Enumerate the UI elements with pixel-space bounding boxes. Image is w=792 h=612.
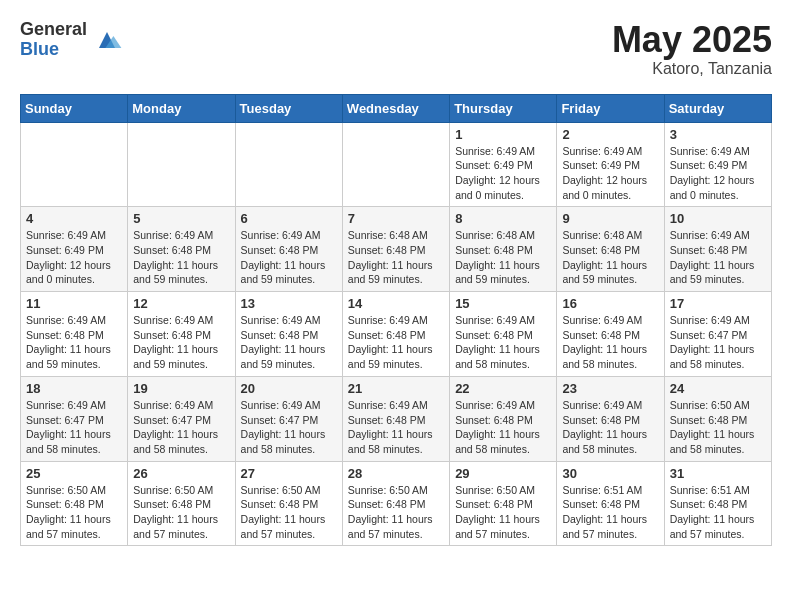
day-info: Sunrise: 6:49 AMSunset: 6:48 PMDaylight:… (26, 313, 122, 372)
day-number: 26 (133, 466, 229, 481)
logo-icon (91, 24, 123, 56)
day-number: 4 (26, 211, 122, 226)
day-number: 6 (241, 211, 337, 226)
calendar-cell: 12Sunrise: 6:49 AMSunset: 6:48 PMDayligh… (128, 292, 235, 377)
calendar-cell: 28Sunrise: 6:50 AMSunset: 6:48 PMDayligh… (342, 461, 449, 546)
calendar-cell: 18Sunrise: 6:49 AMSunset: 6:47 PMDayligh… (21, 376, 128, 461)
calendar-cell (21, 122, 128, 207)
calendar-cell: 13Sunrise: 6:49 AMSunset: 6:48 PMDayligh… (235, 292, 342, 377)
day-number: 20 (241, 381, 337, 396)
logo: General Blue (20, 20, 123, 60)
calendar-cell: 20Sunrise: 6:49 AMSunset: 6:47 PMDayligh… (235, 376, 342, 461)
title-block: May 2025 Katoro, Tanzania (612, 20, 772, 78)
day-number: 29 (455, 466, 551, 481)
day-info: Sunrise: 6:49 AMSunset: 6:48 PMDaylight:… (133, 228, 229, 287)
day-info: Sunrise: 6:50 AMSunset: 6:48 PMDaylight:… (348, 483, 444, 542)
calendar-cell: 1Sunrise: 6:49 AMSunset: 6:49 PMDaylight… (450, 122, 557, 207)
day-number: 19 (133, 381, 229, 396)
calendar-cell: 6Sunrise: 6:49 AMSunset: 6:48 PMDaylight… (235, 207, 342, 292)
day-number: 14 (348, 296, 444, 311)
calendar-cell: 8Sunrise: 6:48 AMSunset: 6:48 PMDaylight… (450, 207, 557, 292)
day-info: Sunrise: 6:51 AMSunset: 6:48 PMDaylight:… (670, 483, 766, 542)
day-number: 28 (348, 466, 444, 481)
day-number: 23 (562, 381, 658, 396)
calendar-cell: 30Sunrise: 6:51 AMSunset: 6:48 PMDayligh… (557, 461, 664, 546)
header-saturday: Saturday (664, 94, 771, 122)
day-number: 17 (670, 296, 766, 311)
calendar-cell: 11Sunrise: 6:49 AMSunset: 6:48 PMDayligh… (21, 292, 128, 377)
day-number: 2 (562, 127, 658, 142)
day-info: Sunrise: 6:49 AMSunset: 6:49 PMDaylight:… (26, 228, 122, 287)
calendar-cell: 25Sunrise: 6:50 AMSunset: 6:48 PMDayligh… (21, 461, 128, 546)
calendar-cell: 29Sunrise: 6:50 AMSunset: 6:48 PMDayligh… (450, 461, 557, 546)
day-info: Sunrise: 6:49 AMSunset: 6:47 PMDaylight:… (133, 398, 229, 457)
calendar-cell: 16Sunrise: 6:49 AMSunset: 6:48 PMDayligh… (557, 292, 664, 377)
calendar-cell: 9Sunrise: 6:48 AMSunset: 6:48 PMDaylight… (557, 207, 664, 292)
day-number: 10 (670, 211, 766, 226)
calendar-cell (342, 122, 449, 207)
calendar-cell: 27Sunrise: 6:50 AMSunset: 6:48 PMDayligh… (235, 461, 342, 546)
calendar-cell: 21Sunrise: 6:49 AMSunset: 6:48 PMDayligh… (342, 376, 449, 461)
week-row-0: 1Sunrise: 6:49 AMSunset: 6:49 PMDaylight… (21, 122, 772, 207)
day-number: 5 (133, 211, 229, 226)
day-info: Sunrise: 6:48 AMSunset: 6:48 PMDaylight:… (562, 228, 658, 287)
week-row-2: 11Sunrise: 6:49 AMSunset: 6:48 PMDayligh… (21, 292, 772, 377)
day-number: 21 (348, 381, 444, 396)
day-info: Sunrise: 6:50 AMSunset: 6:48 PMDaylight:… (26, 483, 122, 542)
day-number: 8 (455, 211, 551, 226)
calendar-cell: 23Sunrise: 6:49 AMSunset: 6:48 PMDayligh… (557, 376, 664, 461)
day-number: 16 (562, 296, 658, 311)
day-number: 12 (133, 296, 229, 311)
header-wednesday: Wednesday (342, 94, 449, 122)
calendar-cell: 4Sunrise: 6:49 AMSunset: 6:49 PMDaylight… (21, 207, 128, 292)
day-number: 27 (241, 466, 337, 481)
page-header: General Blue May 2025 Katoro, Tanzania (20, 20, 772, 78)
calendar-cell: 14Sunrise: 6:49 AMSunset: 6:48 PMDayligh… (342, 292, 449, 377)
day-info: Sunrise: 6:49 AMSunset: 6:49 PMDaylight:… (670, 144, 766, 203)
location: Katoro, Tanzania (612, 60, 772, 78)
day-number: 7 (348, 211, 444, 226)
day-info: Sunrise: 6:49 AMSunset: 6:47 PMDaylight:… (26, 398, 122, 457)
calendar-cell: 15Sunrise: 6:49 AMSunset: 6:48 PMDayligh… (450, 292, 557, 377)
day-info: Sunrise: 6:49 AMSunset: 6:47 PMDaylight:… (241, 398, 337, 457)
calendar-cell: 17Sunrise: 6:49 AMSunset: 6:47 PMDayligh… (664, 292, 771, 377)
header-thursday: Thursday (450, 94, 557, 122)
day-info: Sunrise: 6:49 AMSunset: 6:47 PMDaylight:… (670, 313, 766, 372)
calendar-cell: 3Sunrise: 6:49 AMSunset: 6:49 PMDaylight… (664, 122, 771, 207)
calendar-cell (235, 122, 342, 207)
day-info: Sunrise: 6:49 AMSunset: 6:48 PMDaylight:… (133, 313, 229, 372)
day-number: 1 (455, 127, 551, 142)
calendar-cell (128, 122, 235, 207)
week-row-3: 18Sunrise: 6:49 AMSunset: 6:47 PMDayligh… (21, 376, 772, 461)
day-number: 18 (26, 381, 122, 396)
day-info: Sunrise: 6:50 AMSunset: 6:48 PMDaylight:… (241, 483, 337, 542)
calendar-cell: 26Sunrise: 6:50 AMSunset: 6:48 PMDayligh… (128, 461, 235, 546)
header-sunday: Sunday (21, 94, 128, 122)
header-friday: Friday (557, 94, 664, 122)
day-info: Sunrise: 6:49 AMSunset: 6:48 PMDaylight:… (455, 313, 551, 372)
header-tuesday: Tuesday (235, 94, 342, 122)
calendar-cell: 24Sunrise: 6:50 AMSunset: 6:48 PMDayligh… (664, 376, 771, 461)
day-info: Sunrise: 6:49 AMSunset: 6:48 PMDaylight:… (562, 313, 658, 372)
day-number: 30 (562, 466, 658, 481)
day-info: Sunrise: 6:48 AMSunset: 6:48 PMDaylight:… (455, 228, 551, 287)
day-number: 31 (670, 466, 766, 481)
day-info: Sunrise: 6:51 AMSunset: 6:48 PMDaylight:… (562, 483, 658, 542)
day-info: Sunrise: 6:49 AMSunset: 6:48 PMDaylight:… (241, 313, 337, 372)
calendar-cell: 31Sunrise: 6:51 AMSunset: 6:48 PMDayligh… (664, 461, 771, 546)
calendar-header: SundayMondayTuesdayWednesdayThursdayFrid… (21, 94, 772, 122)
calendar-table: SundayMondayTuesdayWednesdayThursdayFrid… (20, 94, 772, 547)
day-info: Sunrise: 6:48 AMSunset: 6:48 PMDaylight:… (348, 228, 444, 287)
calendar-cell: 2Sunrise: 6:49 AMSunset: 6:49 PMDaylight… (557, 122, 664, 207)
day-info: Sunrise: 6:49 AMSunset: 6:48 PMDaylight:… (241, 228, 337, 287)
day-number: 3 (670, 127, 766, 142)
day-info: Sunrise: 6:49 AMSunset: 6:48 PMDaylight:… (348, 398, 444, 457)
logo-blue-text: Blue (20, 40, 87, 60)
day-number: 25 (26, 466, 122, 481)
day-info: Sunrise: 6:49 AMSunset: 6:49 PMDaylight:… (455, 144, 551, 203)
header-monday: Monday (128, 94, 235, 122)
day-number: 15 (455, 296, 551, 311)
day-info: Sunrise: 6:49 AMSunset: 6:49 PMDaylight:… (562, 144, 658, 203)
day-info: Sunrise: 6:49 AMSunset: 6:48 PMDaylight:… (348, 313, 444, 372)
day-number: 22 (455, 381, 551, 396)
